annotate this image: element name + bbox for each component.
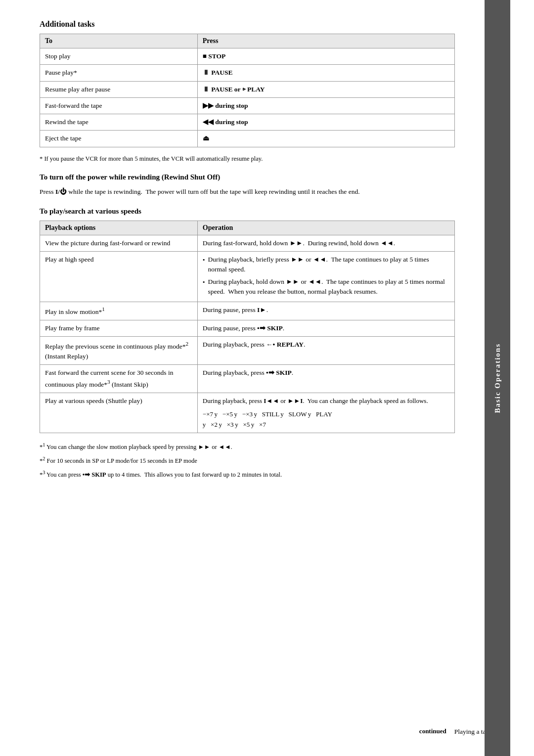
playback-section: To play/search at various speeds Playbac… (40, 207, 455, 434)
playback-col1-header: Playback options (40, 221, 198, 235)
table-row: View the picture during fast-forward or … (40, 235, 455, 251)
additional-tasks-footnote: * If you pause the VCR for more than 5 m… (40, 154, 455, 164)
playback-col2-header: Operation (197, 221, 454, 235)
table-row: Pause play*⏸ PAUSE (40, 65, 455, 81)
rewind-title: To turn off the power while rewinding (R… (40, 173, 455, 181)
rewind-section: To turn off the power while rewinding (R… (40, 173, 455, 197)
side-tab: Basic Operations (485, 0, 510, 756)
table-row: Fast forward the current scene for 30 se… (40, 365, 455, 393)
continued-label: continued (419, 727, 446, 735)
table-row: Play at high speed • During playback, br… (40, 252, 455, 302)
playback-table: Playback options Operation View the pict… (40, 221, 455, 434)
rewind-body: Press I/⏻ while the tape is rewinding. T… (40, 186, 455, 197)
table-row: Rewind the tape◀◀ during stop (40, 114, 455, 131)
table-row: Play in slow motion*1 During pause, pres… (40, 302, 455, 320)
footnote-3: *3 You can press •➡ SKIP up to 4 times. … (40, 469, 455, 480)
table-row: Fast-forward the tape▶▶ during stop (40, 97, 455, 114)
table-row: Resume play after pause⏸ PAUSE or ▷ PLAY (40, 81, 455, 97)
table-row: Replay the previous scene in continuous … (40, 337, 455, 365)
additional-tasks-section: Additional tasks To Press Stop play■ STO… (40, 20, 455, 163)
col-to-header: To (40, 34, 198, 48)
table-row: Play at various speeds (Shuttle play) Du… (40, 393, 455, 433)
footnote-1: *1 You can change the slow motion playba… (40, 441, 455, 452)
additional-tasks-title: Additional tasks (40, 20, 455, 29)
footnote-2: *2 For 10 seconds in SP or LP mode/for 1… (40, 455, 455, 466)
table-row: Play frame by frame During pause, press … (40, 320, 455, 336)
bottom-footnotes: *1 You can change the slow motion playba… (40, 441, 455, 480)
side-tab-label: Basic Operations (493, 343, 502, 413)
playback-title: To play/search at various speeds (40, 207, 455, 216)
table-row: Eject the tape⏏ (40, 131, 455, 147)
table-row: Stop play■ STOP (40, 48, 455, 65)
col-press-header: Press (197, 34, 454, 48)
additional-tasks-table: To Press Stop play■ STOPPause play*⏸ PAU… (40, 34, 455, 147)
